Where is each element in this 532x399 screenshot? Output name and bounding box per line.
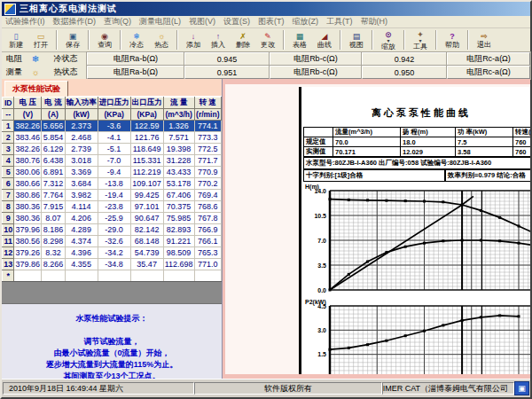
- grid-cell[interactable]: 121.76: [130, 132, 163, 144]
- menu-item-7[interactable]: 图表(T): [258, 16, 285, 27]
- table-row[interactable]: 9380.368.074.206-25.990.64775.985767.8: [3, 213, 222, 224]
- grid-header-cell[interactable]: (V): [14, 109, 42, 121]
- table-row[interactable]: 12379.268.324.396-34.254.73998.509765.3: [3, 247, 222, 259]
- grid-cell[interactable]: 115.331: [130, 155, 163, 167]
- menu-item-6[interactable]: 设置(S): [223, 16, 250, 27]
- grid-cell[interactable]: 3.684: [65, 178, 98, 190]
- row-selector[interactable]: 2: [3, 132, 14, 144]
- grid-cell[interactable]: -4.1: [98, 132, 130, 144]
- grid-cell[interactable]: -32.6: [98, 236, 130, 247]
- help-button[interactable]: ?帮助: [440, 29, 465, 51]
- table-row[interactable]: 5380.066.8913.369-9.4112.21943.433770.9: [3, 167, 222, 178]
- table-row[interactable]: 1382.265.6562.373-3.6122.591.326774.1: [3, 121, 222, 132]
- measurement-grid[interactable]: ID电 压电 流输入功率进口压力出口压力流 量转 速--(V)(A)(kW)(K…: [2, 97, 222, 281]
- grid-cell[interactable]: 67.406: [163, 190, 194, 201]
- save-button[interactable]: ▣保存: [60, 29, 85, 51]
- grid-cell[interactable]: 3.369: [65, 167, 98, 178]
- grid-cell[interactable]: 54.739: [130, 247, 163, 259]
- grid-cell[interactable]: 8.266: [42, 259, 65, 270]
- menu-item-2[interactable]: 数据操作(D): [53, 16, 97, 27]
- row-selector[interactable]: 12: [3, 247, 14, 259]
- grid-cell[interactable]: -13.8: [98, 178, 130, 190]
- grid-header-cell[interactable]: ID: [3, 98, 14, 109]
- row-selector[interactable]: 8: [3, 201, 14, 213]
- table-row[interactable]: 6380.667.3123.684-13.8109.10753.178770.2: [3, 178, 222, 190]
- grid-cell[interactable]: 122.59: [130, 121, 163, 132]
- row-selector[interactable]: 11: [3, 236, 14, 247]
- grid-cell[interactable]: -5.1: [98, 144, 130, 155]
- status-corner-icon[interactable]: ▣: [514, 381, 529, 395]
- grid-cell[interactable]: 380.56: [14, 236, 42, 247]
- grid-cell[interactable]: 5.854: [42, 132, 65, 144]
- grid-cell[interactable]: 90.647: [130, 213, 163, 224]
- add-button[interactable]: ↓添加: [181, 29, 206, 51]
- grid-cell[interactable]: 19.398: [163, 144, 194, 155]
- grid-cell[interactable]: -25.9: [98, 213, 130, 224]
- menu-item-5[interactable]: 视图(V): [189, 16, 215, 27]
- grid-cell[interactable]: 75.985: [163, 213, 194, 224]
- table-button[interactable]: ▦表格: [287, 29, 312, 51]
- grid-cell[interactable]: 43.433: [163, 167, 194, 178]
- grid-header-cell[interactable]: (kW): [65, 109, 98, 121]
- row-selector[interactable]: 10: [3, 224, 14, 236]
- table-row[interactable]: 13379.868.2664.355-34.835.47112.698771.0: [3, 259, 222, 270]
- grid-cell[interactable]: 35.47: [130, 259, 163, 270]
- zoom-button[interactable]: ⊙▾缩放: [376, 29, 401, 51]
- menu-item-10[interactable]: 帮助(H): [361, 16, 388, 27]
- grid-header-cell[interactable]: 流 量: [163, 98, 194, 109]
- grid-cell[interactable]: 380.86: [14, 190, 42, 201]
- grid-header-cell[interactable]: 电 流: [42, 98, 65, 109]
- grid-header-cell[interactable]: (r/min): [194, 109, 221, 121]
- grid-cell[interactable]: 769.4: [194, 190, 221, 201]
- grid-cell[interactable]: 770.9: [194, 167, 221, 178]
- menu-item-8[interactable]: 缩放(Z): [293, 16, 319, 27]
- table-row[interactable]: 4380.766.4383.018-7.0115.33131.228771.7: [3, 155, 222, 167]
- grid-cell[interactable]: 109.107: [130, 178, 163, 190]
- row-selector[interactable]: 5: [3, 167, 14, 178]
- grid-cell[interactable]: 767.8: [194, 213, 221, 224]
- insert-button[interactable]: ↑插入: [206, 29, 231, 51]
- modify-button[interactable]: ✎更改: [255, 29, 280, 51]
- table-row[interactable]: 7380.867.7643.982-19.499.42567.406769.4: [3, 190, 222, 201]
- grid-cell[interactable]: 765.3: [194, 247, 221, 259]
- grid-cell[interactable]: 768.6: [194, 201, 221, 213]
- grid-cell[interactable]: 2.373: [65, 121, 98, 132]
- grid-cell[interactable]: 8.186: [42, 224, 65, 236]
- query-button[interactable]: ◉查询: [92, 29, 117, 51]
- grid-cell[interactable]: 53.178: [163, 178, 194, 190]
- grid-cell[interactable]: 771.7: [194, 155, 221, 167]
- grid-cell[interactable]: 379.96: [14, 224, 42, 236]
- grid-header-cell[interactable]: 进口压力: [98, 98, 130, 109]
- grid-cell[interactable]: 379.86: [14, 259, 42, 270]
- grid-header-cell[interactable]: 转 速: [194, 98, 221, 109]
- row-selector[interactable]: 13: [3, 259, 14, 270]
- row-selector[interactable]: 7: [3, 190, 14, 201]
- grid-cell[interactable]: 8.32: [42, 247, 65, 259]
- grid-cell[interactable]: 379.26: [14, 247, 42, 259]
- grid-cell[interactable]: 383.46: [14, 132, 42, 144]
- row-selector[interactable]: 9: [3, 213, 14, 224]
- open-button[interactable]: ▭打开: [28, 29, 53, 51]
- table-row[interactable]: 11380.568.2984.374-32.668.14891.221766.1: [3, 236, 222, 247]
- menu-item-3[interactable]: 查询(Q): [104, 16, 131, 27]
- grid-header-cell[interactable]: (KPa): [98, 109, 130, 121]
- grid-cell[interactable]: 98.509: [163, 247, 194, 259]
- delete-button[interactable]: ✗删除: [231, 29, 255, 51]
- menu-item-1[interactable]: 试验操作(I): [5, 16, 45, 27]
- grid-cell[interactable]: 774.1: [194, 121, 221, 132]
- grid-cell[interactable]: 112.698: [163, 259, 194, 270]
- grid-cell[interactable]: 82.142: [130, 224, 163, 236]
- grid-cell[interactable]: 7.915: [42, 201, 65, 213]
- grid-cell[interactable]: 6.129: [42, 144, 65, 155]
- grid-cell[interactable]: 771.0: [194, 259, 221, 270]
- menu-item-4[interactable]: 测量电阻(L): [139, 16, 181, 27]
- grid-cell[interactable]: 766.1: [194, 236, 221, 247]
- grid-cell[interactable]: 382.26: [14, 144, 42, 155]
- grid-cell[interactable]: [14, 270, 42, 282]
- grid-cell[interactable]: 5.656: [42, 121, 65, 132]
- grid-cell[interactable]: -23.8: [98, 201, 130, 213]
- exit-button[interactable]: ⇨退出: [472, 29, 497, 51]
- grid-cell[interactable]: 4.206: [65, 213, 98, 224]
- grid-cell[interactable]: 380.36: [14, 201, 42, 213]
- row-selector[interactable]: 1: [3, 121, 14, 132]
